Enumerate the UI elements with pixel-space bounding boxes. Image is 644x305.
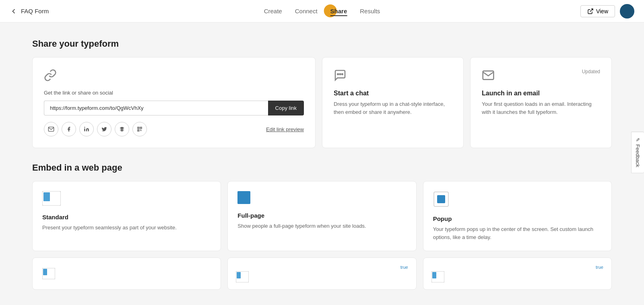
form-title: FAQ Form <box>21 8 49 14</box>
popup-card-desc: Your typeform pops up in the center of t… <box>433 225 602 241</box>
facebook-share-icon[interactable] <box>62 122 76 136</box>
email-card-top: Updated <box>482 69 600 90</box>
main-nav: Create Connect Share Results <box>264 6 380 16</box>
bottom-card-3-icon <box>431 271 444 282</box>
nav-connect[interactable]: Connect <box>295 6 318 16</box>
nav-results[interactable]: Results <box>360 6 380 16</box>
email-card-updated: Updated <box>582 69 600 74</box>
svg-rect-7 <box>140 128 141 128</box>
svg-rect-6 <box>138 128 139 128</box>
standard-card-desc: Present your typeform seamlessly as part… <box>42 224 211 232</box>
svg-rect-18 <box>43 269 47 275</box>
bottom-card-3-new-badge: true <box>596 265 603 270</box>
chat-card[interactable]: Start a chat Dress your typeform up in a… <box>322 57 464 148</box>
email-share-icon[interactable] <box>44 122 58 136</box>
standard-card-title: Standard <box>42 214 211 221</box>
chat-card-desc: Dress your typeform up in a chat-style i… <box>334 100 452 116</box>
mail-icon <box>482 69 495 83</box>
feedback-button[interactable]: ✎ Feedback <box>631 132 644 173</box>
embed-bottom-card-2[interactable]: true <box>227 258 416 290</box>
svg-rect-20 <box>237 272 241 278</box>
svg-rect-13 <box>43 192 50 201</box>
embed-bottom-card-3[interactable]: true <box>423 258 612 290</box>
bottom-card-2-icon <box>236 271 249 282</box>
svg-rect-22 <box>432 272 436 278</box>
copy-link-button[interactable]: Copy link <box>268 101 304 115</box>
svg-point-2 <box>84 127 85 128</box>
header: FAQ Form Create Connect Share Results Vi… <box>0 0 644 23</box>
bottom-card-2-new-badge: true <box>400 265 408 270</box>
link-card-label: Get the link or share on social <box>44 90 304 96</box>
buffer-share-icon[interactable] <box>115 122 129 136</box>
main-content: Share your typeform Get the link or shar… <box>0 23 644 305</box>
share-cards-row: Get the link or share on social Copy lin… <box>32 57 612 148</box>
svg-rect-16 <box>437 195 445 203</box>
svg-point-11 <box>342 74 343 75</box>
link-row: Copy link <box>44 101 304 115</box>
nav-create[interactable]: Create <box>264 6 282 16</box>
svg-point-9 <box>337 74 339 75</box>
svg-rect-14 <box>237 191 250 204</box>
chat-icon <box>334 69 452 83</box>
bottom-card-1-icon <box>42 268 55 279</box>
back-button[interactable]: FAQ Form <box>10 7 49 15</box>
view-label: View <box>596 8 608 14</box>
email-card[interactable]: Updated Launch in an email Your first qu… <box>470 57 612 148</box>
nav-share-wrapper: Share <box>330 8 347 15</box>
standard-embed-icon <box>42 191 211 207</box>
embed-fullpage-card[interactable]: Full-page Show people a full-page typefo… <box>227 181 416 251</box>
header-right: View <box>580 4 634 19</box>
link-icon <box>44 69 304 83</box>
chat-card-title: Start a chat <box>334 90 452 97</box>
embed-cards-row: Standard Present your typeform seamlessl… <box>32 181 612 251</box>
embed-bottom-row: true true <box>32 258 612 290</box>
popup-embed-icon <box>433 191 602 209</box>
linkedin-share-icon[interactable] <box>79 122 94 136</box>
edit-link-preview[interactable]: Edit link preview <box>266 126 304 132</box>
fullpage-card-desc: Show people a full-page typeform when yo… <box>237 222 406 230</box>
svg-line-0 <box>590 9 593 12</box>
view-button[interactable]: View <box>580 5 615 17</box>
svg-rect-8 <box>138 130 139 131</box>
twitter-share-icon[interactable] <box>97 122 111 136</box>
embed-title: Embed in a web page <box>32 163 612 173</box>
embed-standard-card[interactable]: Standard Present your typeform seamlessl… <box>32 181 221 251</box>
nav-share[interactable]: Share <box>330 6 347 16</box>
qr-share-icon[interactable] <box>132 122 147 136</box>
svg-point-10 <box>340 74 341 75</box>
link-input[interactable] <box>44 101 268 115</box>
fullpage-embed-icon <box>237 191 406 206</box>
external-link-icon <box>587 8 594 14</box>
embed-popup-card[interactable]: Popup Your typeform pops up in the cente… <box>423 181 612 251</box>
embed-bottom-card-1[interactable] <box>32 258 221 290</box>
popup-card-title: Popup <box>433 215 602 222</box>
user-avatar[interactable] <box>620 4 634 19</box>
svg-rect-1 <box>84 128 85 131</box>
social-icons-row: Edit link preview <box>44 122 304 136</box>
share-title: Share your typeform <box>32 39 612 49</box>
feedback-label: Feedback <box>635 144 641 167</box>
email-card-title: Launch in an email <box>482 90 600 97</box>
back-arrow-icon <box>10 7 18 15</box>
fullpage-card-title: Full-page <box>237 212 406 219</box>
link-card: Get the link or share on social Copy lin… <box>32 57 316 148</box>
email-card-desc: Your first question loads in an email. I… <box>482 100 600 116</box>
